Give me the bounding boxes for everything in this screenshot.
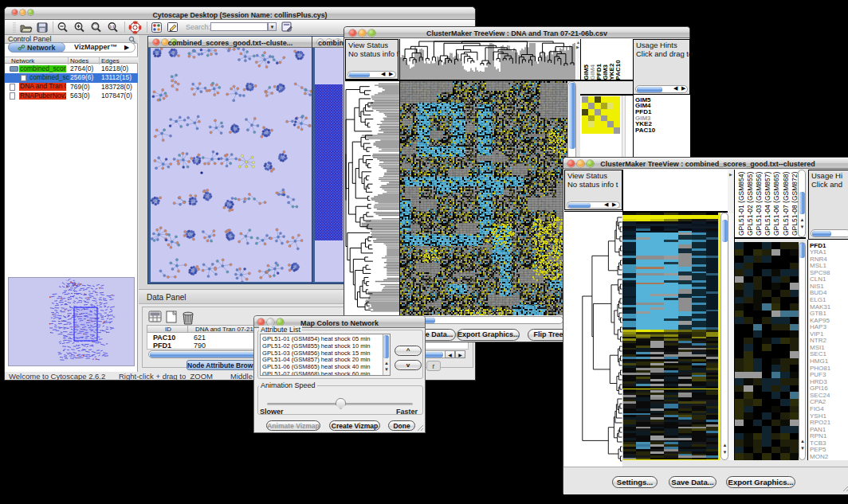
svg-text:Search:: Search: bbox=[186, 23, 210, 31]
svg-text:1:1: 1:1 bbox=[109, 25, 115, 29]
